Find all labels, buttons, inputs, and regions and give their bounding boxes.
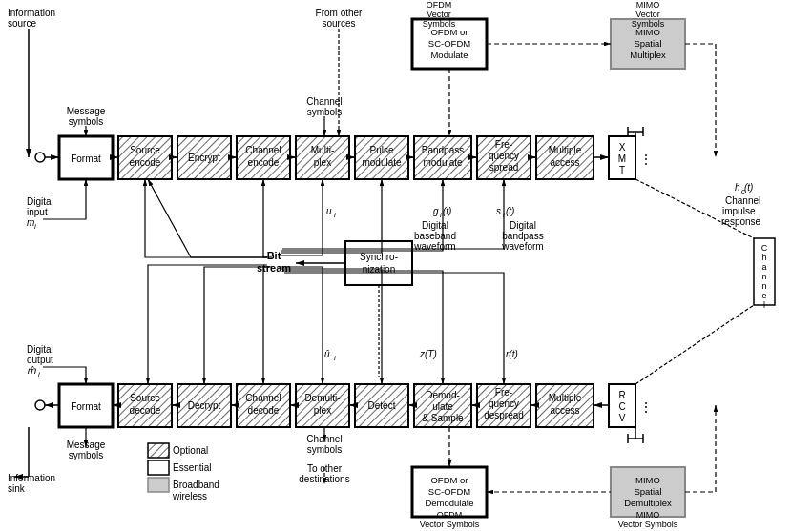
svg-text:stream: stream	[257, 262, 291, 274]
svg-text:i: i	[334, 354, 336, 362]
svg-text:wireless: wireless	[172, 491, 207, 501]
svg-text:impulse: impulse	[722, 206, 756, 216]
svg-text:V: V	[619, 413, 626, 423]
svg-text:⋮: ⋮	[639, 152, 653, 167]
svg-text:& Sample: & Sample	[422, 413, 464, 423]
diagram-svg: Format Source encode Encrypt Channel enc…	[0, 0, 812, 531]
svg-text:i: i	[334, 211, 336, 219]
svg-text:plex: plex	[314, 157, 331, 168]
svg-text:SC-OFDM: SC-OFDM	[428, 38, 470, 49]
svg-rect-202	[148, 478, 169, 492]
svg-text:r(t): r(t)	[506, 349, 518, 359]
svg-text:despread: despread	[484, 410, 524, 420]
svg-text:Information: Information	[8, 473, 55, 483]
svg-text:Demod-: Demod-	[426, 390, 460, 400]
svg-text:z(T): z(T)	[419, 349, 437, 359]
svg-text:ulate: ulate	[432, 401, 453, 412]
svg-text:Bandpass: Bandpass	[422, 145, 464, 155]
svg-text:encode: encode	[130, 157, 161, 168]
svg-text:Multi-: Multi-	[311, 145, 334, 155]
svg-text:output: output	[27, 355, 53, 365]
svg-text:spread: spread	[489, 162, 519, 173]
svg-text:source: source	[8, 18, 36, 29]
svg-text:symbols: symbols	[69, 450, 104, 460]
svg-text:Vector Symbols: Vector Symbols	[618, 520, 678, 529]
svg-text:(t): (t)	[744, 182, 753, 193]
svg-text:Source: Source	[130, 393, 160, 403]
svg-text:Message: Message	[67, 106, 106, 116]
svg-text:MIMO: MIMO	[636, 0, 660, 10]
svg-text:X: X	[619, 142, 626, 153]
svg-text:response: response	[721, 216, 761, 227]
svg-text:modulate: modulate	[362, 157, 402, 168]
svg-text:(t): (t)	[506, 206, 514, 216]
svg-text:access: access	[550, 405, 579, 416]
svg-text:baseband: baseband	[414, 231, 456, 241]
svg-text:quency: quency	[489, 151, 519, 161]
svg-text:Channel: Channel	[245, 145, 281, 155]
svg-text:Format: Format	[71, 153, 101, 164]
svg-text:e: e	[761, 291, 766, 300]
svg-text:n: n	[761, 281, 766, 291]
svg-text:n: n	[761, 272, 766, 281]
svg-text:i: i	[503, 211, 505, 219]
svg-text:Digital: Digital	[422, 220, 448, 231]
svg-text:sources: sources	[322, 18, 355, 29]
svg-text:Essential: Essential	[173, 462, 212, 473]
svg-text:Multiple: Multiple	[549, 393, 582, 403]
svg-text:sink: sink	[8, 483, 26, 494]
svg-text:Digital: Digital	[27, 196, 53, 207]
svg-text:û: û	[324, 349, 330, 359]
svg-text:Synchro-: Synchro-	[360, 252, 398, 262]
svg-text:Channel: Channel	[725, 195, 760, 206]
svg-text:T: T	[619, 165, 625, 175]
svg-text:Demulti-: Demulti-	[304, 393, 340, 403]
svg-text:OFDM: OFDM	[437, 510, 463, 520]
svg-rect-198	[148, 443, 169, 458]
svg-text:Symbols: Symbols	[423, 19, 456, 29]
svg-text:i: i	[34, 222, 36, 231]
svg-text:Channel: Channel	[306, 96, 342, 107]
svg-text:Broadband: Broadband	[173, 480, 219, 490]
svg-text:bandpass: bandpass	[502, 231, 543, 241]
svg-text:access: access	[550, 157, 579, 168]
svg-text:Multiplex: Multiplex	[630, 50, 666, 60]
svg-text:Spatial: Spatial	[634, 38, 661, 49]
svg-text:a: a	[761, 262, 766, 272]
svg-text:Multiple: Multiple	[549, 145, 582, 155]
svg-text:Channel: Channel	[245, 393, 281, 403]
svg-text:decode: decode	[248, 405, 280, 416]
svg-rect-63	[345, 241, 412, 285]
svg-text:plex: plex	[314, 405, 331, 416]
svg-text:C: C	[761, 243, 768, 253]
svg-text:Digital: Digital	[27, 344, 53, 355]
svg-text:Optional: Optional	[173, 445, 208, 456]
svg-text:MIMO: MIMO	[635, 475, 660, 485]
svg-text:Detect: Detect	[368, 400, 396, 411]
svg-text:waveform: waveform	[413, 241, 455, 252]
svg-text:Demultiplex: Demultiplex	[624, 498, 672, 508]
svg-text:symbols: symbols	[307, 107, 343, 117]
svg-text:SC-OFDM: SC-OFDM	[428, 486, 470, 497]
svg-text:MIMO: MIMO	[636, 510, 660, 520]
svg-text:h: h	[761, 253, 766, 262]
svg-text:OFDM or: OFDM or	[430, 475, 468, 485]
svg-text:Vector: Vector	[427, 10, 451, 19]
svg-text:Demodulate: Demodulate	[425, 498, 473, 508]
diagram-container: Format Source encode Encrypt Channel enc…	[0, 0, 812, 531]
svg-text:OFDM: OFDM	[427, 0, 452, 10]
svg-text:Vector Symbols: Vector Symbols	[420, 520, 480, 529]
svg-text:g: g	[433, 206, 439, 216]
svg-text:h: h	[735, 182, 740, 193]
svg-text:⋮: ⋮	[639, 399, 653, 415]
svg-text:Symbols: Symbols	[632, 19, 665, 29]
svg-text:Fre-: Fre-	[495, 139, 512, 150]
svg-text:m̂: m̂	[27, 365, 36, 376]
svg-text:i: i	[38, 370, 40, 378]
svg-text:Information: Information	[8, 8, 55, 18]
svg-line-134	[635, 305, 754, 384]
svg-text:M: M	[618, 153, 626, 164]
svg-text:waveform: waveform	[501, 241, 543, 252]
svg-text:Source: Source	[130, 145, 160, 155]
svg-point-106	[35, 400, 45, 410]
